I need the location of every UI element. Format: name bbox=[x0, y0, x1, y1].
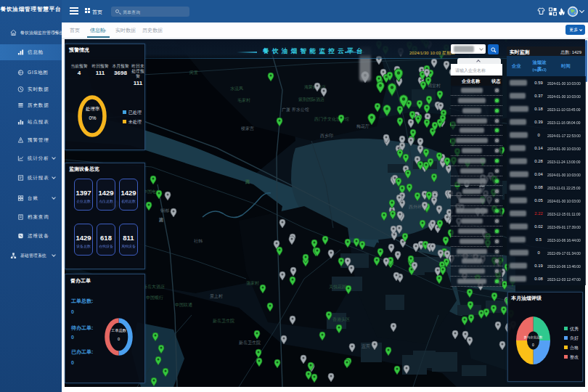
svg-text:景上村: 景上村 bbox=[210, 294, 223, 299]
svg-text:蒲家村: 蒲家村 bbox=[246, 280, 259, 286]
svg-text:社韩: 社韩 bbox=[194, 239, 203, 243]
svg-text:闲置: 闲置 bbox=[189, 70, 198, 75]
svg-text:毛家村: 毛家村 bbox=[237, 97, 250, 103]
svg-text:新岳大酒店: 新岳大酒店 bbox=[143, 284, 165, 290]
svg-text:铜都: 铜都 bbox=[160, 208, 169, 213]
svg-text:西外环: 西外环 bbox=[409, 204, 422, 210]
svg-text:新岳卫生院: 新岳卫生院 bbox=[213, 318, 234, 324]
svg-text:新岳卫生院: 新岳卫生院 bbox=[239, 340, 261, 346]
svg-text:香港头区: 香港头区 bbox=[332, 317, 350, 322]
svg-text:楼家宫: 楼家宫 bbox=[241, 126, 254, 131]
svg-text:梅花厅: 梅花厅 bbox=[356, 123, 369, 129]
svg-text:中国联通: 中国联通 bbox=[175, 302, 192, 308]
svg-text:水流风: 水流风 bbox=[230, 86, 243, 91]
svg-text:广厦 界水公馆: 广厦 界水公馆 bbox=[282, 107, 309, 113]
svg-text:宜宾: 宜宾 bbox=[362, 343, 370, 348]
svg-text:中国银行: 中国银行 bbox=[146, 295, 163, 301]
svg-text:西乡印: 西乡印 bbox=[320, 134, 333, 139]
svg-text:紫荆国际酒店: 紫荆国际酒店 bbox=[298, 97, 324, 102]
svg-text:关悦花园: 关悦花园 bbox=[329, 284, 346, 290]
